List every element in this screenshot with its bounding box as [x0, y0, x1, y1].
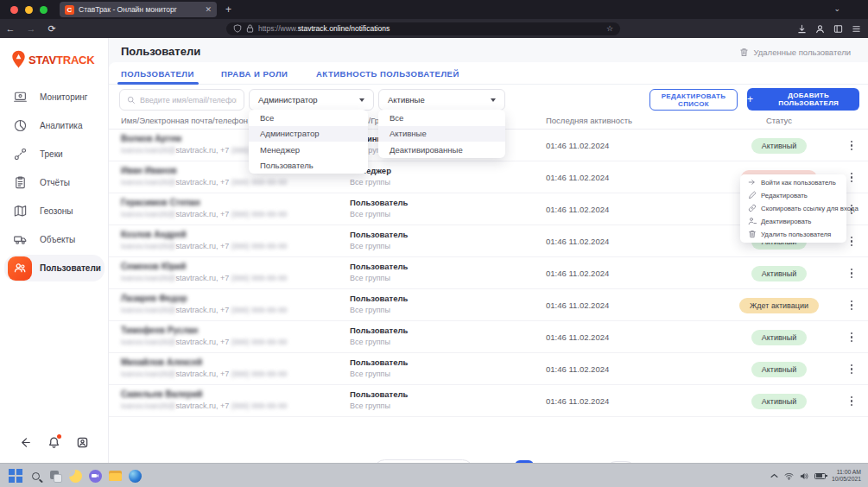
sidebar-item-мониторинг[interactable]: Мониторинг [0, 83, 109, 111]
new-tab-button[interactable]: + [225, 3, 231, 16]
start-button-icon[interactable] [9, 469, 22, 483]
taskbar-search-icon[interactable] [29, 469, 42, 483]
row-menu-button[interactable] [846, 170, 858, 185]
tab-list-chevron-icon[interactable]: ⌄ [833, 4, 840, 13]
tab-close-icon[interactable]: ✕ [205, 5, 212, 14]
sidebar-item-label: Объекты [40, 235, 75, 244]
night-mode-app-icon[interactable] [68, 469, 82, 483]
tracks-icon [8, 142, 32, 167]
user-groups: Все группы [350, 242, 390, 250]
window-close-button[interactable] [10, 6, 18, 14]
sidebar-item-объекты[interactable]: Объекты [0, 225, 109, 254]
search-input[interactable] [140, 96, 237, 104]
user-role: Пользователь [350, 326, 408, 335]
sidebar-item-пользователи[interactable]: Пользователи [0, 254, 109, 282]
window-minimize-button[interactable] [25, 6, 33, 14]
row-menu-button[interactable] [846, 394, 858, 408]
tab-3[interactable]: АКТИВНОСТЬ ПОЛЬЗОВАТЕЛЕЙ [316, 69, 459, 79]
context-menu-item[interactable]: Скопировать ссылку для входа [740, 202, 846, 215]
sidebar-item-аналитика[interactable]: Аналитика [0, 111, 109, 140]
sidebar-item-отчёты[interactable]: Отчёты [0, 168, 109, 197]
dropdown-option[interactable]: Администратор [249, 126, 368, 142]
dropdown-option[interactable]: Активные [378, 126, 505, 142]
context-menu-item[interactable]: Редактировать [740, 189, 846, 202]
column-activity: Последняя активность [546, 116, 632, 125]
analytics-icon [8, 114, 32, 138]
window-maximize-button[interactable] [40, 6, 48, 14]
sidebar-toggle-icon[interactable] [833, 24, 843, 34]
dropdown-option[interactable]: Деактивированные [378, 142, 505, 158]
row-menu-button[interactable] [846, 266, 858, 281]
tab-1[interactable]: ПОЛЬЗОВАТЕЛИ [121, 69, 194, 79]
row-menu-button[interactable] [846, 138, 858, 153]
status-filter-select[interactable]: Активные [378, 89, 505, 111]
geozones-icon [8, 199, 32, 224]
forward-button[interactable]: → [21, 23, 41, 34]
last-activity: 01:46 11.02.2024 [546, 173, 609, 182]
task-view-icon[interactable] [48, 469, 62, 483]
notifications-bell-icon[interactable] [48, 436, 60, 452]
browser-tab[interactable]: С СтавТрак - Онлайн мониторг ✕ [60, 2, 217, 17]
back-button[interactable]: ← [0, 23, 21, 34]
context-menu-item[interactable]: Войти как пользователь [740, 176, 846, 189]
bookmark-star-icon[interactable]: ☆ [606, 24, 613, 33]
last-activity: 01:46 11.02.2024 [546, 269, 609, 278]
account-icon[interactable] [815, 24, 825, 34]
deleted-users-link[interactable]: Удаленные пользователи [739, 47, 851, 57]
user-name: Лазарев Федор [121, 294, 187, 303]
url-bar[interactable]: https://www.stavtrack.online/notificatio… [226, 22, 620, 35]
browser-toolbar-icons [797, 19, 861, 38]
reload-button[interactable]: ⟳ [41, 23, 62, 35]
stavtrack-logo[interactable]: STAVTRACK [11, 50, 94, 69]
profile-icon[interactable] [76, 436, 89, 452]
sidebar-item-треки[interactable]: Треки [0, 140, 109, 168]
user-contact: ivanov.ivan26@stavtrack.ru, +7 (999) 999… [121, 402, 287, 410]
file-explorer-icon[interactable] [108, 469, 122, 483]
edit-list-button[interactable]: РЕДАКТИРОВАТЬ СПИСОК [649, 89, 738, 111]
battery-icon[interactable] [814, 473, 826, 479]
add-user-button[interactable]: + ДОБАВИТЬ ПОЛЬЗОВАТЕЛЯ [747, 88, 859, 111]
tab-2[interactable]: ПРАВА И РОЛИ [221, 69, 288, 79]
dropdown-option[interactable]: Менеджер [249, 142, 368, 158]
row-menu-button[interactable] [846, 362, 858, 376]
tray-chevron-icon[interactable] [770, 473, 778, 478]
sidebar-item-label: Мониторинг [40, 92, 87, 102]
sidebar-item-геозоны[interactable]: Геозоны [0, 197, 109, 225]
user-groups: Все группы [350, 178, 390, 187]
url-text: https://www.stavtrack.online/notificatio… [258, 24, 602, 33]
wifi-icon[interactable] [784, 472, 794, 480]
dropdown-option[interactable]: Все [378, 110, 505, 126]
sidebar-item-label: Отчёты [40, 178, 70, 187]
lock-icon[interactable] [246, 24, 254, 33]
row-menu-button[interactable] [846, 234, 858, 249]
role-filter-select[interactable]: Администратор [249, 89, 374, 111]
user-groups: Все группы [350, 338, 390, 346]
user-search[interactable] [119, 89, 244, 111]
taskbar-clock[interactable]: 11:00 AM 10/05/2021 [832, 469, 861, 483]
sidebar-item-label: Пользователи [40, 263, 101, 273]
link-icon [748, 204, 757, 214]
section-tabs: ПОЛЬЗОВАТЕЛИПРАВА И РОЛИАКТИВНОСТЬ ПОЛЬЗ… [109, 69, 868, 85]
context-menu-item[interactable]: Удалить пользователя [740, 228, 846, 241]
context-menu-item[interactable]: Деактивировать [740, 215, 846, 228]
dropdown-option[interactable]: Пользователь [249, 158, 368, 174]
menu-icon[interactable] [852, 24, 861, 34]
dropdown-option[interactable]: Все [249, 110, 368, 126]
user-groups: Все группы [350, 402, 390, 410]
edge-browser-icon[interactable] [128, 469, 142, 483]
status-badge: Активный [751, 362, 807, 377]
last-activity: 01:46 11.02.2024 [546, 300, 609, 310]
downloads-icon[interactable] [797, 24, 807, 34]
user-role: Пользователь [350, 230, 408, 239]
user-groups: Все группы [350, 210, 390, 218]
last-activity: 01:46 11.02.2024 [546, 205, 609, 214]
taskbar-icons [9, 464, 142, 487]
chat-app-icon[interactable] [88, 469, 102, 483]
user-contact: ivanov.ivan26@stavtrack.ru, +7 (999) 999… [121, 274, 287, 282]
volume-icon[interactable] [800, 472, 808, 480]
shield-icon[interactable] [233, 24, 242, 33]
row-menu-button[interactable] [846, 298, 858, 313]
screen: С СтавТрак - Онлайн мониторг ✕ + ⌄ ← → ⟳… [0, 0, 868, 487]
row-menu-button[interactable] [846, 330, 858, 345]
collapse-sidebar-icon[interactable] [20, 436, 33, 452]
